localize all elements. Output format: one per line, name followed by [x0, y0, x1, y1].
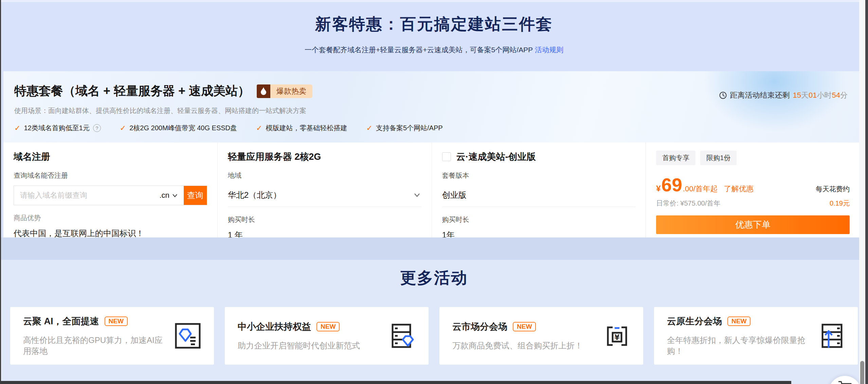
- tld-select[interactable]: .cn: [159, 186, 183, 205]
- page: 新客特惠：百元搞定建站三件套 一个套餐配齐域名注册+轻量云服务器+云速成美站，可…: [0, 0, 868, 384]
- activity-title: 云原生分会场: [667, 315, 722, 327]
- activity-desc: 助力企业开启智能时代创业新范式: [238, 340, 360, 351]
- new-badge: NEW: [105, 316, 128, 326]
- activity-card-text: 云市场分会场 NEW 万款商品免费试、组合购买折上折！: [452, 321, 583, 351]
- activity-card-text: 云原生分会场 NEW 全年特惠折扣，新人专享惊爆价限量抢购！: [667, 315, 810, 357]
- activity-card-text: 云聚 AI，全面提速 NEW 高性价比且充裕的GPU算力，加速AI应用落地: [23, 315, 166, 357]
- package-card: 特惠套餐（域名 + 轻量服务器 + 速成美站） 爆款热卖 使用场景：面向建站群体…: [3, 71, 860, 237]
- server-gem-icon: [389, 323, 416, 349]
- package-title: 特惠套餐（域名 + 轻量服务器 + 速成美站）: [14, 83, 250, 99]
- activity-title-row: 中小企业扶持权益 NEW: [238, 321, 360, 333]
- window-bottom-edge: [0, 381, 791, 384]
- more-activities-section: 更多活动 云聚 AI，全面提速 NEW 高性价比且充裕的GPU算力，加速AI应用…: [0, 260, 868, 381]
- activity-title: 云聚 AI，全面提速: [23, 315, 99, 327]
- site-column: 云·速成美站-创业版 套餐版本 创业版 购买时长 1年: [432, 142, 646, 237]
- check-icon: ✓: [14, 124, 20, 133]
- price-row: ¥ 69 .00/首年起 了解优惠 每天花费约: [656, 177, 850, 194]
- scrollbar-track[interactable]: [859, 0, 865, 384]
- domain-search-button[interactable]: 查询: [184, 186, 207, 205]
- window-left-edge: [0, 0, 1, 384]
- feature-list: ✓ 12类域名首购低至1元 ? ✓ 2核2G 200M峰值带宽 40G ESSD…: [14, 123, 849, 133]
- activity-desc: 高性价比且充裕的GPU算力，加速AI应用落地: [23, 335, 166, 357]
- chevron-down-icon: [172, 194, 178, 197]
- feature-item: ✓ 12类域名首购低至1元 ?: [14, 123, 101, 133]
- region-select[interactable]: 华北2（北京）: [228, 185, 421, 207]
- learn-more-link[interactable]: 了解优惠: [724, 184, 754, 194]
- price-suffix: .00/首年起: [683, 184, 718, 194]
- daily-cost-label: 每天花费约: [816, 185, 850, 194]
- new-badge: NEW: [513, 322, 536, 331]
- version-select[interactable]: 创业版: [442, 185, 636, 207]
- new-badge: NEW: [317, 322, 340, 331]
- countdown-days-value: 15: [793, 91, 801, 99]
- countdown-minutes-unit: 分: [840, 91, 848, 99]
- activity-title: 中小企业扶持权益: [238, 321, 311, 333]
- limit-tag: 限购1份: [700, 151, 737, 165]
- domain-query-label: 查询域名能否注册: [14, 171, 207, 180]
- hot-sale-label: 爆款热卖: [270, 84, 312, 98]
- cart-icon: [837, 376, 852, 384]
- version-label: 套餐版本: [442, 171, 636, 180]
- version-value: 创业版: [442, 190, 467, 200]
- site-checkbox[interactable]: [442, 152, 451, 161]
- currency-symbol: ¥: [656, 184, 661, 193]
- hero-subtitle-text: 一个套餐配齐域名注册+轻量云服务器+云速成美站，可备案5个网站/APP: [305, 46, 533, 54]
- server-upgrade-icon: [818, 323, 845, 349]
- feature-item: ✓ 2核2G 200M峰值带宽 40G ESSD盘: [120, 123, 237, 133]
- activity-card-marketplace[interactable]: 云市场分会场 NEW 万款商品免费试、组合购买折上折！ ¥: [439, 307, 643, 365]
- hero-subtitle: 一个套餐配齐域名注册+轻量云服务器+云速成美站，可备案5个网站/APP活动规则: [0, 45, 868, 55]
- original-price: 日常价: ¥575.00/首年: [656, 199, 720, 208]
- activity-card-ai[interactable]: 云聚 AI，全面提速 NEW 高性价比且充裕的GPU算力，加速AI应用落地: [10, 307, 214, 365]
- countdown-hours-value: 01: [809, 91, 817, 99]
- package-options: 域名注册 查询域名能否注册 .cn 查询 商品优势 代表中国，是互联网上的中国标…: [3, 142, 860, 237]
- new-badge: NEW: [727, 316, 751, 326]
- activity-desc: 全年特惠折扣，新人专享惊爆价限量抢购！: [667, 335, 810, 357]
- package-header: 特惠套餐（域名 + 轻量服务器 + 速成美站） 爆款热卖 使用场景：面向建站群体…: [3, 71, 860, 142]
- activity-title-row: 云聚 AI，全面提速 NEW: [23, 315, 166, 327]
- check-icon: ✓: [256, 124, 262, 133]
- domain-column: 域名注册 查询域名能否注册 .cn 查询 商品优势 代表中国，是互联网上的中国标…: [3, 142, 217, 237]
- region-label: 地域: [228, 171, 421, 180]
- window-right-edge: [865, 0, 868, 384]
- purchase-tags: 首购专享 限购1份: [656, 151, 850, 165]
- site-duration-label: 购买时长: [442, 215, 636, 224]
- activity-title: 云市场分会场: [452, 321, 507, 333]
- activity-rules-link[interactable]: 活动规则: [535, 46, 563, 54]
- countdown: 距离活动结束还剩 15天01小时54分: [719, 90, 848, 100]
- countdown-days: 15天01小时54分: [793, 90, 848, 100]
- activity-card-sme[interactable]: 中小企业扶持权益 NEW 助力企业开启智能时代创业新范式: [225, 307, 429, 365]
- hero-top-line: [0, 0, 868, 2]
- site-title: 云·速成美站-创业版: [456, 151, 536, 163]
- first-purchase-tag: 首购专享: [656, 151, 695, 165]
- advantage-label: 商品优势: [14, 213, 207, 223]
- svg-text:¥: ¥: [614, 333, 620, 342]
- countdown-prefix: 距离活动结束还剩: [730, 90, 790, 100]
- hero-banner: 新客特惠：百元搞定建站三件套 一个套餐配齐域名注册+轻量云服务器+云速成美站，可…: [0, 0, 868, 71]
- more-activities-heading: 更多活动: [0, 260, 868, 289]
- daily-cost-value: 0.19元: [830, 199, 850, 208]
- server-title: 轻量应用服务器 2核2G: [228, 151, 421, 163]
- tld-value: .cn: [159, 191, 169, 200]
- original-price-row: 日常价: ¥575.00/首年 0.19元: [656, 199, 850, 208]
- activity-title-row: 云市场分会场 NEW: [452, 321, 583, 333]
- price-amount: 69: [662, 177, 682, 194]
- feature-text: 2核2G 200M峰值带宽 40G ESSD盘: [129, 123, 237, 133]
- help-icon[interactable]: ?: [93, 124, 101, 132]
- site-title-row: 云·速成美站-创业版: [442, 151, 636, 163]
- region-value: 华北2（北京）: [228, 190, 281, 200]
- scrollbar-thumb[interactable]: [860, 361, 864, 384]
- gem-document-icon: [175, 323, 201, 349]
- activity-cards: 云聚 AI，全面提速 NEW 高性价比且充裕的GPU算力，加速AI应用落地: [10, 307, 858, 365]
- clock-icon: [719, 91, 727, 99]
- usage-scenario: 使用场景：面向建站群体、提供高性价比的域名注册、轻量云服务器、网站搭建的一站式解…: [14, 106, 849, 115]
- order-button[interactable]: 优惠下单: [656, 215, 850, 234]
- price-box-icon: ¥: [604, 323, 630, 349]
- activity-desc: 万款商品免费试、组合购买折上折！: [452, 340, 583, 351]
- activity-card-text: 中小企业扶持权益 NEW 助力企业开启智能时代创业新范式: [238, 321, 360, 351]
- section-divider-band: [0, 237, 868, 260]
- domain-input[interactable]: [14, 186, 159, 205]
- feature-item: ✓ 模版建站，零基础轻松搭建: [256, 123, 347, 133]
- hero-title: 新客特惠：百元搞定建站三件套: [0, 0, 868, 35]
- countdown-minutes-value: 54: [832, 91, 840, 99]
- activity-card-cloudnative[interactable]: 云原生分会场 NEW 全年特惠折扣，新人专享惊爆价限量抢购！: [654, 307, 858, 365]
